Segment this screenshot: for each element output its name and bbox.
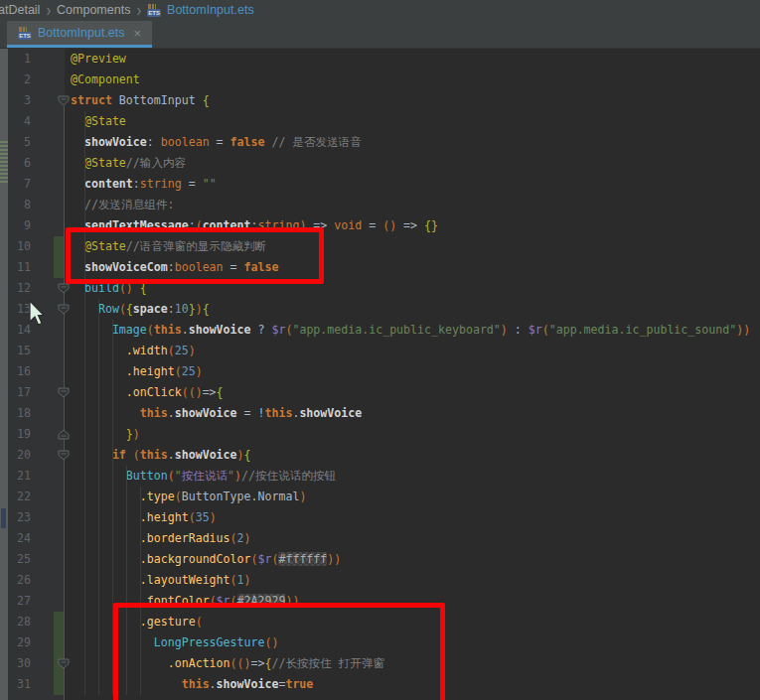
- line-number-3: 3: [8, 90, 31, 111]
- line-number-31: 31: [8, 674, 31, 695]
- code-token: =: [362, 218, 382, 232]
- code-token: @State: [84, 156, 126, 170]
- code-token: showVoice: [175, 448, 237, 462]
- code-token: ): [501, 323, 508, 337]
- fold-collapse-icon[interactable]: [58, 95, 70, 106]
- code-token: :: [133, 177, 140, 191]
- line-number-4: 4: [8, 111, 31, 132]
- code-line-22[interactable]: .type(ButtonType.Normal): [71, 487, 306, 507]
- code-token: ): [210, 510, 217, 524]
- code-token: this: [140, 406, 168, 420]
- indent-guide: [98, 299, 99, 695]
- fold-collapse-icon[interactable]: [58, 387, 70, 398]
- code-line-1[interactable]: @Preview: [71, 49, 126, 70]
- code-token: ): [189, 344, 196, 357]
- code-token: .onClick: [126, 385, 182, 399]
- code-line-3[interactable]: struct BottomInput {: [71, 90, 210, 111]
- code-token: }: [126, 427, 133, 441]
- code-token: 10: [175, 302, 189, 316]
- code-line-17[interactable]: .onClick(()=>{: [71, 382, 224, 403]
- code-line-13[interactable]: Row({space:10}){: [71, 299, 210, 320]
- code-token: showVoice: [175, 406, 237, 420]
- code-line-7[interactable]: content:string = "": [71, 174, 217, 195]
- code-token: this: [264, 406, 292, 420]
- code-token: .height: [140, 510, 189, 524]
- code-line-14[interactable]: Image(this.showVoice ? $r("app.media.ic_…: [71, 320, 750, 341]
- line-number-10: 10: [8, 236, 31, 257]
- tab-bottominput[interactable]: ETS BottomInput.ets ×: [7, 21, 152, 48]
- code-token: =: [182, 177, 203, 191]
- annotation-highlight-box-2: [113, 603, 445, 700]
- code-token: (: [168, 469, 175, 483]
- line-number-1: 1: [8, 49, 31, 70]
- code-line-6[interactable]: @State//输入内容: [71, 153, 186, 174]
- code-token: =: [210, 135, 230, 149]
- breadcrumb-item-chatdetail[interactable]: atDetail: [0, 3, 40, 17]
- code-token: ): [299, 490, 306, 503]
- line-number-6: 6: [8, 153, 31, 174]
- fold-collapse-icon[interactable]: [58, 658, 70, 669]
- code-token: {: [126, 302, 133, 316]
- code-token: {: [217, 385, 224, 399]
- fold-collapse-icon[interactable]: [58, 304, 70, 315]
- code-token: space: [133, 302, 168, 316]
- line-number-28: 28: [8, 612, 31, 632]
- line-number-15: 15: [8, 341, 31, 361]
- fold-end-icon[interactable]: [58, 429, 70, 440]
- breadcrumb-item-file[interactable]: BottomInput.ets: [167, 3, 254, 17]
- line-number-29: 29: [8, 632, 31, 653]
- fold-collapse-icon[interactable]: [58, 450, 70, 461]
- line-number-25: 25: [8, 549, 31, 570]
- code-line-4[interactable]: @State: [71, 111, 126, 132]
- code-token: .borderRadius: [140, 531, 230, 545]
- line-number-23: 23: [8, 507, 31, 528]
- code-token: .height: [126, 364, 175, 378]
- code-token: (: [175, 364, 182, 378]
- code-token: =>: [203, 385, 217, 399]
- fold-collapse-icon[interactable]: [58, 283, 70, 294]
- code-token: ): [196, 302, 203, 316]
- code-token: // 是否发送语音: [271, 135, 362, 149]
- code-token: $r: [529, 323, 542, 337]
- code-token: ButtonType.Normal: [182, 490, 300, 503]
- line-number-16: 16: [8, 361, 31, 382]
- code-token: @Component: [71, 72, 140, 86]
- strip-change-marks: [0, 139, 8, 183]
- code-line-25[interactable]: .backgroundColor($r(#ffffff)): [71, 549, 341, 570]
- strip-selection-mark: [1, 508, 6, 528]
- line-number-21: 21: [8, 466, 31, 487]
- code-token: (: [189, 510, 196, 524]
- code-token: BottomInput: [112, 93, 203, 107]
- code-token: ": [228, 469, 234, 483]
- code-token: 2: [237, 531, 244, 545]
- code-token: showVoice: [299, 406, 362, 420]
- code-token: {}: [424, 218, 438, 232]
- line-number-22: 22: [8, 487, 31, 507]
- code-line-5[interactable]: showVoice: boolean = false // 是否发送语音: [71, 132, 362, 153]
- code-token: ": [175, 469, 182, 483]
- code-line-23[interactable]: .height(35): [71, 507, 217, 528]
- code-line-16[interactable]: .height(25): [71, 361, 203, 382]
- code-line-21[interactable]: Button("按住说话")//按住说话的按钮: [71, 466, 336, 487]
- code-token: (: [230, 573, 237, 587]
- line-number-14: 14: [8, 320, 31, 341]
- code-line-15[interactable]: .width(25): [71, 341, 196, 361]
- line-number-12: 12: [8, 278, 31, 299]
- code-line-2[interactable]: @Component: [71, 70, 140, 90]
- line-number-11: 11: [8, 257, 31, 278]
- code-line-8[interactable]: //发送消息组件:: [71, 195, 174, 215]
- breadcrumb: atDetail › Compoments › ETS BottomInput.…: [0, 0, 254, 19]
- tab-close-icon[interactable]: ×: [134, 27, 142, 40]
- code-line-18[interactable]: this.showVoice = !this.showVoice: [71, 403, 362, 424]
- code-token: (: [168, 344, 175, 357]
- code-token: 25: [182, 364, 196, 378]
- code-token: ?: [251, 323, 272, 337]
- code-token: Row: [98, 302, 119, 316]
- code-line-19[interactable]: }): [71, 424, 140, 445]
- breadcrumb-item-components[interactable]: Compoments: [57, 3, 130, 17]
- code-token: //输入内容: [126, 156, 186, 170]
- code-token: :: [147, 135, 161, 149]
- code-token: (): [382, 218, 396, 232]
- indent-guide: [84, 111, 85, 695]
- ets-file-icon: ETS: [18, 26, 32, 40]
